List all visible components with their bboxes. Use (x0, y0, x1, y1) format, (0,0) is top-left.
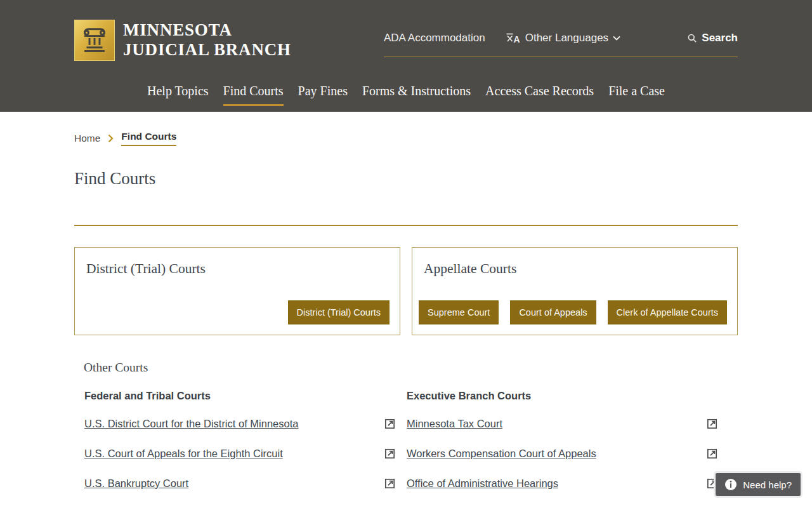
search-icon (687, 33, 698, 44)
main-nav: Help Topics Find Courts Pay Fines Forms … (74, 84, 738, 106)
executive-branch-courts-column: Executive Branch Courts Minnesota Tax Co… (407, 390, 719, 508)
list-item: U.S. District Court for the District of … (84, 417, 396, 430)
other-languages-menu[interactable]: A Other Languages (506, 32, 620, 44)
site-wordmark: MINNESOTA JUDICIAL BRANCH (123, 20, 291, 60)
svg-text:A: A (513, 34, 520, 44)
column-heading: Federal and Tribal Courts (84, 390, 396, 402)
other-courts-section: Other Courts Federal and Tribal Courts U… (84, 361, 719, 508)
site-logo[interactable]: MINNESOTA JUDICIAL BRANCH (74, 0, 291, 61)
list-item: Workers Compensation Court of Appeals (407, 447, 719, 460)
court-of-appeals-button[interactable]: Court of Appeals (510, 300, 596, 324)
site-header: MINNESOTA JUDICIAL BRANCH ADA Accommodat… (0, 0, 812, 112)
court-link[interactable]: Workers Compensation Court of Appeals (407, 448, 596, 460)
court-cards-row: District (Trial) Courts District (Trial)… (74, 247, 738, 335)
wordmark-line2: JUDICIAL BRANCH (123, 40, 291, 60)
breadcrumb: Home Find Courts (74, 131, 738, 146)
federal-tribal-courts-column: Federal and Tribal Courts U.S. District … (84, 390, 396, 508)
info-icon (724, 478, 737, 491)
external-link-icon[interactable] (706, 447, 719, 460)
external-link-icon[interactable] (706, 417, 719, 430)
external-link-icon[interactable] (384, 447, 396, 460)
search-button[interactable]: Search (687, 32, 738, 44)
nav-item-help-topics[interactable]: Help Topics (147, 84, 209, 106)
list-item: U.S. Bankruptcy Court (84, 477, 396, 490)
card-title: District (Trial) Courts (86, 261, 400, 277)
court-link[interactable]: Minnesota Tax Court (407, 418, 502, 430)
need-help-button[interactable]: Need help? (714, 471, 802, 498)
nav-item-forms-instructions[interactable]: Forms & Instructions (362, 84, 471, 106)
search-label: Search (702, 32, 738, 44)
external-link-icon[interactable] (384, 417, 396, 430)
column-heading: Executive Branch Courts (407, 390, 719, 402)
nav-item-pay-fines[interactable]: Pay Fines (298, 84, 348, 106)
list-item: Minnesota Tax Court (407, 417, 719, 430)
card-title: Appellate Courts (424, 261, 737, 277)
column-logo-icon (74, 20, 115, 61)
other-courts-title: Other Courts (84, 361, 719, 375)
ada-accommodation-link[interactable]: ADA Accommodation (384, 32, 485, 44)
court-link[interactable]: U.S. District Court for the District of … (84, 418, 298, 430)
court-link[interactable]: U.S. Bankruptcy Court (84, 478, 188, 490)
nav-item-find-courts[interactable]: Find Courts (223, 84, 284, 106)
external-link-icon[interactable] (384, 477, 396, 490)
breadcrumb-chevron-icon (108, 134, 114, 143)
clerk-of-appellate-courts-button[interactable]: Clerk of Appellate Courts (608, 300, 727, 324)
other-languages-label: Other Languages (525, 32, 608, 44)
need-help-label: Need help? (743, 479, 792, 490)
appellate-courts-card: Appellate Courts Supreme Court Court of … (412, 247, 738, 335)
nav-item-file-a-case[interactable]: File a Case (608, 84, 665, 106)
utility-bar: ADA Accommodation A Other Languages (384, 32, 738, 57)
breadcrumb-current: Find Courts (121, 131, 176, 146)
nav-item-access-case-records[interactable]: Access Case Records (485, 84, 594, 106)
page-title: Find Courts (74, 169, 738, 189)
court-link[interactable]: Office of Administrative Hearings (407, 478, 558, 490)
district-trial-courts-button[interactable]: District (Trial) Courts (288, 300, 390, 324)
wordmark-line1: MINNESOTA (123, 20, 291, 40)
court-link[interactable]: U.S. Court of Appeals for the Eighth Cir… (84, 448, 283, 460)
supreme-court-button[interactable]: Supreme Court (419, 300, 499, 324)
breadcrumb-home-link[interactable]: Home (74, 133, 100, 144)
chevron-down-icon (613, 36, 620, 41)
list-item: Office of Administrative Hearings (407, 477, 719, 490)
title-divider (74, 225, 738, 226)
district-trial-courts-card: District (Trial) Courts District (Trial)… (74, 247, 400, 335)
translate-icon: A (506, 32, 521, 44)
list-item: U.S. Court of Appeals for the Eighth Cir… (84, 447, 396, 460)
